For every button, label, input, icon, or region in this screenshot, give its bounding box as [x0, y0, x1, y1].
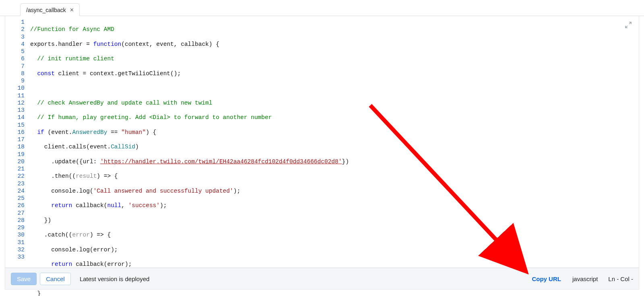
cursor-position: Ln - Col -	[608, 275, 633, 282]
deploy-status: Latest version is deployed	[80, 275, 149, 282]
copy-url-link[interactable]: Copy URL	[532, 275, 561, 282]
language-indicator[interactable]: javascript	[572, 275, 598, 282]
editor-footer: Save Cancel Latest version is deployed C…	[5, 268, 639, 290]
line-number-gutter: 1234567891011121314151617181920212223242…	[5, 18, 30, 296]
close-icon[interactable]: ×	[70, 7, 74, 13]
code-area[interactable]: //Function for Async AMD exports.handler…	[30, 18, 639, 296]
tab-label: /async_callback	[26, 7, 66, 13]
cancel-button[interactable]: Cancel	[40, 273, 71, 285]
expand-icon[interactable]	[625, 22, 632, 28]
tab-async-callback[interactable]: /async_callback ×	[20, 3, 80, 16]
save-button[interactable]: Save	[11, 273, 37, 285]
tab-strip: /async_callback ×	[0, 2, 644, 16]
code-editor[interactable]: 1234567891011121314151617181920212223242…	[5, 16, 639, 268]
